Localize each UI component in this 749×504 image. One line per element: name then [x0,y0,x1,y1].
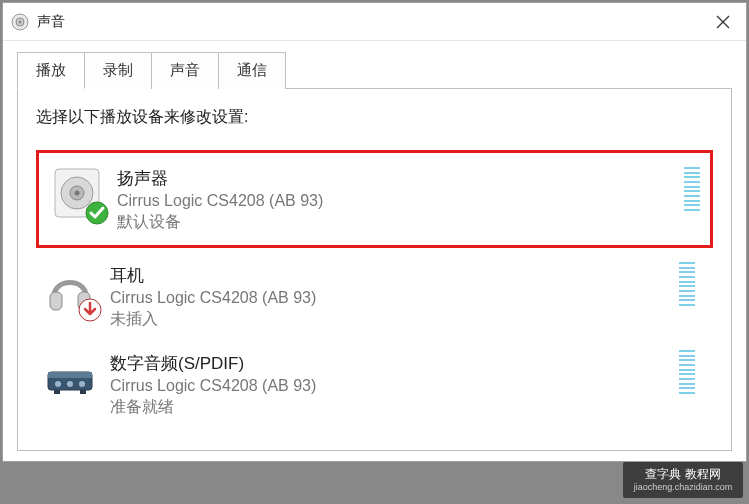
headphone-icon [42,262,98,318]
device-status: 默认设备 [117,212,323,233]
spdif-icon [42,350,98,406]
close-icon [716,15,730,29]
watermark: 查字典 教程网 jiaocheng.chazidian.com [623,462,743,498]
device-name: 扬声器 [117,167,323,190]
device-status: 准备就绪 [110,397,316,418]
svg-point-16 [67,381,73,387]
window-content: 播放 录制 声音 通信 选择以下播放设备来修改设置: [3,41,746,461]
svg-rect-10 [50,292,62,310]
level-meter [679,262,695,306]
close-button[interactable] [710,9,736,35]
device-text: 耳机 Cirrus Logic CS4208 (AB 93) 未插入 [110,262,316,330]
speaker-icon [49,165,105,221]
window-title: 声音 [37,13,65,31]
svg-rect-18 [54,390,60,394]
device-description: Cirrus Logic CS4208 (AB 93) [110,289,316,307]
device-item-speakers[interactable]: 扬声器 Cirrus Logic CS4208 (AB 93) 默认设备 [36,150,713,248]
tabs-bar: 播放 录制 声音 通信 [17,51,732,88]
sound-app-icon [11,13,29,31]
tab-communications[interactable]: 通信 [218,52,286,89]
device-name: 耳机 [110,264,316,287]
tab-sounds[interactable]: 声音 [151,52,219,89]
device-name: 数字音频(S/PDIF) [110,352,316,375]
tab-playback[interactable]: 播放 [17,52,85,89]
svg-point-2 [19,20,22,23]
watermark-line1: 查字典 教程网 [645,467,720,481]
device-text: 扬声器 Cirrus Logic CS4208 (AB 93) 默认设备 [117,165,323,233]
tab-label: 通信 [237,61,267,78]
device-text: 数字音频(S/PDIF) Cirrus Logic CS4208 (AB 93)… [110,350,316,418]
svg-point-17 [79,381,85,387]
not-plugged-icon [78,298,102,322]
device-description: Cirrus Logic CS4208 (AB 93) [110,377,316,395]
tab-recording[interactable]: 录制 [84,52,152,89]
instruction-text: 选择以下播放设备来修改设置: [36,107,713,128]
level-meter [679,350,695,394]
watermark-line2: jiaocheng.chazidian.com [634,482,733,493]
device-item-spdif[interactable]: 数字音频(S/PDIF) Cirrus Logic CS4208 (AB 93)… [36,340,713,428]
svg-point-8 [75,191,80,196]
svg-rect-14 [48,372,92,378]
device-description: Cirrus Logic CS4208 (AB 93) [117,192,323,210]
device-status: 未插入 [110,309,316,330]
device-item-headphones[interactable]: 耳机 Cirrus Logic CS4208 (AB 93) 未插入 [36,252,713,340]
tab-panel-playback: 选择以下播放设备来修改设置: [17,88,732,451]
tab-label: 声音 [170,61,200,78]
device-list: 扬声器 Cirrus Logic CS4208 (AB 93) 默认设备 [36,150,713,428]
tab-label: 播放 [36,61,66,78]
titlebar: 声音 [3,3,746,41]
svg-rect-19 [80,390,86,394]
default-check-icon [85,201,109,225]
sound-window: 声音 播放 录制 声音 通信 选择以下播放设备来修改设置: [2,2,747,462]
level-meter [684,167,700,211]
tab-label: 录制 [103,61,133,78]
svg-point-15 [55,381,61,387]
